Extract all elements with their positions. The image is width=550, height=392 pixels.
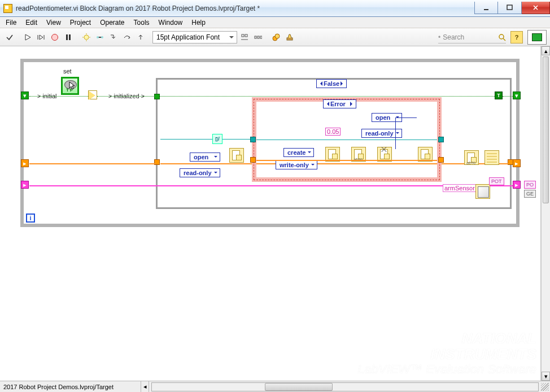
maximize-button[interactable] bbox=[498, 2, 522, 14]
pause-icon[interactable] bbox=[62, 31, 75, 43]
file-open-vi-1[interactable] bbox=[229, 148, 244, 163]
wire-blue-1 bbox=[395, 117, 396, 149]
svg-rect-0 bbox=[484, 9, 488, 10]
inner-tunnel-l1 bbox=[250, 137, 256, 142]
menu-file[interactable]: File bbox=[1, 18, 21, 28]
search-icon bbox=[498, 33, 506, 41]
shift-register-right-pink[interactable]: ▸ bbox=[513, 181, 521, 189]
select-node[interactable] bbox=[88, 90, 97, 99]
svg-rect-18 bbox=[260, 36, 262, 38]
pot-indicator-2: PO bbox=[524, 181, 536, 189]
ge-indicator: GE bbox=[524, 190, 536, 198]
step-out-icon[interactable] bbox=[134, 31, 147, 43]
inner-tunnel-r1 bbox=[438, 157, 444, 163]
svg-point-12 bbox=[101, 36, 103, 38]
true-constant[interactable]: T bbox=[495, 92, 503, 99]
search-field[interactable]: • Search bbox=[438, 31, 506, 43]
cleanup-icon[interactable] bbox=[283, 31, 296, 43]
case-tunnel-sel bbox=[154, 94, 160, 99]
highlight-exec-icon[interactable] bbox=[80, 31, 93, 43]
search-placeholder: Search bbox=[443, 33, 464, 41]
menu-window[interactable]: Window bbox=[154, 18, 187, 28]
wire-err-1 bbox=[29, 163, 156, 164]
shift-register-right-orange[interactable]: ▸ bbox=[513, 159, 521, 167]
diagram-canvas[interactable]: ▾ ▸ ▸ i set T F > initial > initialized … bbox=[0, 46, 541, 381]
step-into-icon[interactable] bbox=[107, 31, 120, 43]
status-prev-button[interactable]: ◂ bbox=[141, 381, 149, 392]
pot-indicator-1: POT bbox=[489, 177, 504, 185]
svg-point-2 bbox=[52, 34, 58, 40]
wire-blue-2 bbox=[395, 117, 417, 118]
window-buttons bbox=[474, 2, 550, 14]
svg-rect-16 bbox=[255, 36, 256, 38]
abort-icon[interactable] bbox=[49, 31, 61, 43]
hscroll-thumb[interactable] bbox=[265, 383, 333, 391]
case-inner-text: Error bbox=[330, 101, 346, 107]
cursor-icon bbox=[69, 81, 76, 90]
ring-readonly-1[interactable]: read-only bbox=[180, 168, 220, 177]
menu-view[interactable]: View bbox=[42, 18, 66, 28]
wire-path-1 bbox=[160, 139, 212, 140]
menu-help[interactable]: Help bbox=[187, 18, 210, 28]
svg-rect-13 bbox=[242, 34, 244, 37]
shift-register-left-pink[interactable]: ▸ bbox=[21, 181, 29, 189]
iteration-terminal: i bbox=[26, 214, 35, 223]
ring-open-1[interactable]: open bbox=[190, 153, 220, 162]
menu-operate[interactable]: Operate bbox=[95, 18, 129, 28]
distribute-icon[interactable] bbox=[252, 31, 264, 43]
armsensor-label: armSensor bbox=[443, 184, 477, 192]
menu-bar: File Edit View Project Operate Tools Win… bbox=[0, 17, 550, 28]
numeric-const-0-05[interactable]: 0.05 bbox=[325, 128, 341, 136]
run-continuous-icon[interactable] bbox=[35, 31, 47, 43]
unbundle-vi[interactable] bbox=[484, 150, 499, 165]
svg-point-20 bbox=[275, 34, 280, 38]
status-bar: 2017 Robot Project Demos.lvproj/Target ◂ bbox=[0, 381, 550, 392]
menu-tools[interactable]: Tools bbox=[129, 18, 154, 28]
shift-register-left-orange[interactable]: ▸ bbox=[21, 159, 29, 167]
shift-register-right-bool[interactable]: ▾ bbox=[513, 92, 521, 99]
svg-rect-17 bbox=[257, 36, 259, 38]
svg-rect-14 bbox=[245, 34, 247, 37]
wire-bool-rt bbox=[503, 96, 513, 97]
wire-teal-inner bbox=[256, 140, 437, 140]
minimize-button[interactable] bbox=[474, 2, 498, 14]
ring-create[interactable]: create bbox=[283, 148, 314, 157]
wire-bool bbox=[29, 96, 88, 97]
scroll-up-button[interactable]: ▴ bbox=[542, 46, 550, 55]
vi-icon[interactable] bbox=[527, 30, 547, 45]
retain-wire-icon[interactable] bbox=[94, 31, 106, 43]
ring-writeonly[interactable]: write-only bbox=[276, 160, 317, 169]
svg-rect-3 bbox=[66, 34, 68, 40]
toolbar: 15pt Application Font • Search ? bbox=[0, 28, 550, 46]
scroll-down-button[interactable]: ▾ bbox=[542, 372, 550, 381]
menu-project[interactable]: Project bbox=[66, 18, 95, 28]
horizontal-scrollbar[interactable] bbox=[151, 382, 539, 391]
case-selector-inner[interactable]: Error bbox=[323, 99, 356, 108]
reorder-icon[interactable] bbox=[270, 31, 282, 43]
strip-path-node[interactable]: ▯/ bbox=[212, 134, 222, 144]
window-title: readPotentiometer.vi Block Diagram on 20… bbox=[16, 5, 474, 12]
refnum-indicator[interactable] bbox=[475, 184, 490, 199]
run-button-icon[interactable] bbox=[21, 31, 34, 43]
step-over-icon[interactable] bbox=[121, 31, 133, 43]
set-label: set bbox=[63, 68, 72, 75]
help-button[interactable]: ? bbox=[510, 31, 523, 43]
wire-orange-inner bbox=[256, 160, 437, 161]
inner-tunnel-l2 bbox=[250, 157, 256, 163]
confirm-edits-icon[interactable] bbox=[3, 31, 16, 43]
resize-grip[interactable] bbox=[541, 383, 549, 391]
svg-rect-4 bbox=[69, 34, 71, 40]
shift-register-left-bool[interactable]: ▾ bbox=[21, 92, 29, 99]
window-titlebar: readPotentiometer.vi Block Diagram on 20… bbox=[0, 0, 550, 17]
svg-point-22 bbox=[499, 34, 504, 39]
close-button[interactable] bbox=[522, 2, 550, 14]
svg-rect-1 bbox=[507, 5, 512, 10]
case-selector-outer[interactable]: False bbox=[316, 79, 347, 88]
svg-rect-21 bbox=[287, 38, 293, 40]
svg-line-23 bbox=[503, 38, 505, 41]
vscroll-thumb[interactable] bbox=[543, 56, 549, 203]
font-selector[interactable]: 15pt Application Font bbox=[152, 31, 237, 43]
vertical-scrollbar[interactable]: ▴ ▾ bbox=[541, 46, 550, 381]
menu-edit[interactable]: Edit bbox=[21, 18, 42, 28]
align-icon[interactable] bbox=[238, 31, 251, 43]
